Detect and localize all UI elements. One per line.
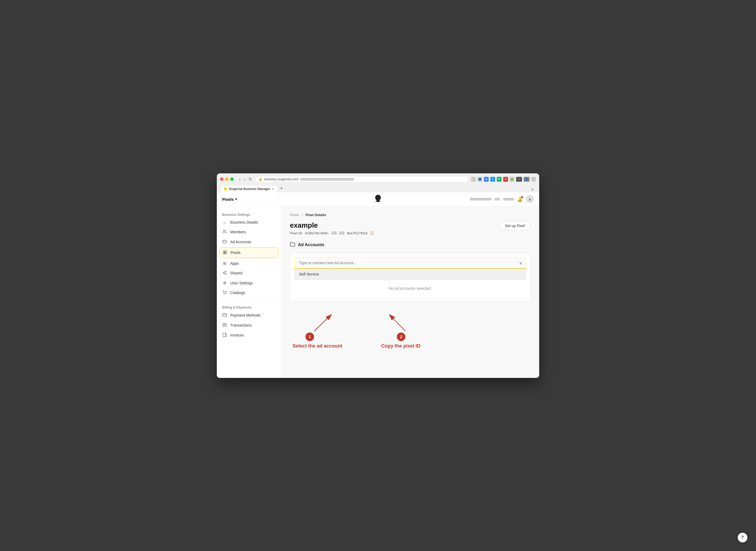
dropdown-chevron-icon: ∨ bbox=[519, 260, 522, 265]
top-bar: Pixels ▾ 🔔 a bbox=[217, 192, 539, 206]
svg-rect-19 bbox=[223, 333, 225, 337]
sidebar-item-transactions[interactable]: Transactions bbox=[217, 321, 281, 330]
page-title: example bbox=[290, 221, 374, 229]
connect-input-row: ∨ bbox=[294, 257, 526, 269]
browser-menu[interactable]: ∨ bbox=[529, 186, 536, 192]
apps-icon: ⊞ bbox=[222, 261, 227, 266]
pixel-id-label: Pixel ID: bbox=[290, 231, 303, 235]
user-name-blurred bbox=[470, 198, 491, 200]
setup-pixel-button[interactable]: Set up Pixel bbox=[499, 221, 531, 230]
sidebar-label-user-settings: User Settings bbox=[230, 281, 253, 285]
sidebar-item-catalogs[interactable]: Catalogs bbox=[217, 288, 281, 298]
back-button[interactable]: ‹ bbox=[238, 176, 242, 182]
browser-window: ‹ › ↻ 🔒 business.snapchat.com/ ⚡ 🔵 G t W… bbox=[217, 173, 539, 378]
annotation-area: 1 Select the ad account 2 Copy the pixel… bbox=[290, 312, 531, 372]
breadcrumb-separator: > bbox=[301, 213, 304, 217]
svg-point-8 bbox=[225, 273, 226, 274]
pixel-id-value: 6c5fe7bb-684c- bbox=[305, 231, 329, 235]
breadcrumb-parent[interactable]: Pixels bbox=[290, 213, 299, 217]
ad-accounts-panel: ∨ Self Service No Ad Accounts selected. bbox=[290, 253, 531, 302]
sidebar-label-members: Members bbox=[230, 230, 246, 234]
svg-point-0 bbox=[223, 230, 225, 231]
sidebar-label-catalogs: Catalogs bbox=[230, 291, 245, 295]
main-area: Business Settings ⌂ Business Details Mem… bbox=[217, 206, 539, 378]
menu-icon[interactable]: ⋮ bbox=[531, 177, 536, 182]
svg-rect-13 bbox=[223, 314, 227, 316]
invoices-icon bbox=[222, 333, 227, 338]
pixels-label: Pixels bbox=[222, 197, 234, 201]
sidebar-item-business-details[interactable]: ⌂ Business Details bbox=[217, 218, 281, 227]
ext-icon-split[interactable]: ▪ bbox=[516, 177, 522, 182]
chevron-down-icon: ▾ bbox=[235, 197, 237, 201]
ext-icon-2[interactable]: 🔵 bbox=[477, 177, 482, 182]
sidebar-label-business-details: Business Details bbox=[230, 220, 258, 224]
step2-badge: 2 bbox=[397, 333, 405, 341]
ad-accounts-title: Ad Accounts bbox=[298, 242, 324, 247]
user-info-blurred bbox=[503, 198, 514, 200]
home-icon: ⌂ bbox=[222, 220, 227, 225]
svg-point-11 bbox=[224, 294, 224, 294]
svg-line-9 bbox=[224, 273, 225, 274]
new-tab-button[interactable]: + bbox=[278, 185, 285, 192]
content-area: Pixels > Pixel Details example Pixel ID:… bbox=[281, 206, 539, 378]
section-header: Ad Accounts bbox=[290, 241, 531, 248]
tab-title: Snapchat Business Manager bbox=[229, 187, 270, 191]
tab-close-button[interactable]: ✕ bbox=[272, 187, 274, 191]
pixel-id-suffix: 3ba7fc27fcb4 bbox=[347, 231, 368, 235]
sidebar-item-members[interactable]: Members bbox=[217, 227, 281, 237]
payment-icon bbox=[222, 313, 227, 318]
svg-point-12 bbox=[226, 294, 226, 294]
forward-button[interactable]: › bbox=[243, 176, 246, 182]
ext-icon-5[interactable]: W bbox=[497, 177, 502, 182]
pixels-dropdown[interactable]: Pixels ▾ bbox=[222, 197, 237, 201]
top-bar-right: 🔔 a bbox=[470, 195, 534, 203]
connect-ad-account-input[interactable] bbox=[294, 257, 526, 269]
sidebar-item-pixels[interactable]: Pixels bbox=[219, 247, 278, 258]
notification-dot bbox=[521, 196, 523, 198]
page-header-left: example Pixel ID: 6c5fe7bb-684c- 3ba7fc2… bbox=[290, 221, 374, 235]
breadcrumb-current: Pixel Details bbox=[305, 213, 326, 217]
sidebar-label-ad-accounts: Ad Accounts bbox=[230, 240, 251, 244]
step2-label: Copy the pixel ID bbox=[381, 343, 420, 349]
ext-icon-6[interactable]: S bbox=[503, 177, 508, 182]
svg-rect-5 bbox=[225, 252, 226, 254]
sidebar-item-ad-accounts[interactable]: Ad Accounts bbox=[217, 237, 281, 247]
url-blurred bbox=[300, 178, 354, 181]
address-bar[interactable]: 🔒 business.snapchat.com/ bbox=[255, 176, 469, 182]
svg-rect-3 bbox=[225, 251, 226, 252]
browser-chrome: ‹ › ↻ 🔒 business.snapchat.com/ ⚡ 🔵 G t W… bbox=[217, 173, 539, 192]
catalogs-icon bbox=[222, 290, 227, 296]
minimize-button[interactable] bbox=[225, 177, 229, 181]
sidebar-item-payment-methods[interactable]: Payment Methods bbox=[217, 311, 281, 321]
sidebar-item-shared[interactable]: Shared bbox=[217, 268, 281, 278]
sidebar-item-user-settings[interactable]: ⚙ User Settings bbox=[217, 278, 281, 288]
extension-icons: ⚡ 🔵 G t W S 🧩 ▪ 👤 ⋮ bbox=[471, 177, 536, 182]
no-accounts-message: No Ad Accounts selected. bbox=[294, 280, 526, 297]
pixels-icon bbox=[222, 250, 227, 255]
dropdown-option-self-service[interactable]: Self Service bbox=[294, 269, 526, 280]
active-tab[interactable]: 👻 Snapchat Business Manager ✕ bbox=[220, 185, 278, 192]
sidebar-item-invoices[interactable]: Invoices bbox=[217, 330, 281, 340]
svg-point-6 bbox=[225, 271, 226, 272]
avatar[interactable]: a bbox=[526, 195, 534, 203]
lock-icon: 🔒 bbox=[259, 177, 262, 181]
svg-line-10 bbox=[224, 272, 225, 272]
breadcrumb: Pixels > Pixel Details bbox=[290, 213, 531, 217]
sidebar-item-apps[interactable]: ⊞ Apps bbox=[217, 258, 281, 268]
close-button[interactable] bbox=[220, 177, 224, 181]
profile-icon[interactable]: 👤 bbox=[524, 177, 530, 182]
ext-icon-4[interactable]: t bbox=[490, 177, 495, 182]
refresh-button[interactable]: ↻ bbox=[247, 176, 253, 182]
nav-buttons: ‹ › ↻ bbox=[238, 176, 253, 182]
ext-icon-puzzle[interactable]: 🧩 bbox=[510, 177, 514, 182]
step1-label: Select the ad account bbox=[293, 343, 342, 349]
settings-icon: ⚙ bbox=[222, 281, 227, 286]
maximize-button[interactable] bbox=[230, 177, 234, 181]
ext-icon-1[interactable]: ⚡ bbox=[471, 177, 476, 182]
folder-icon bbox=[290, 241, 295, 248]
step1-badge: 1 bbox=[305, 333, 314, 341]
copy-icon[interactable]: 📋 bbox=[370, 231, 374, 235]
svg-line-22 bbox=[314, 315, 332, 331]
notification-icon[interactable]: 🔔 bbox=[517, 197, 523, 202]
ext-icon-3[interactable]: G bbox=[484, 177, 489, 182]
